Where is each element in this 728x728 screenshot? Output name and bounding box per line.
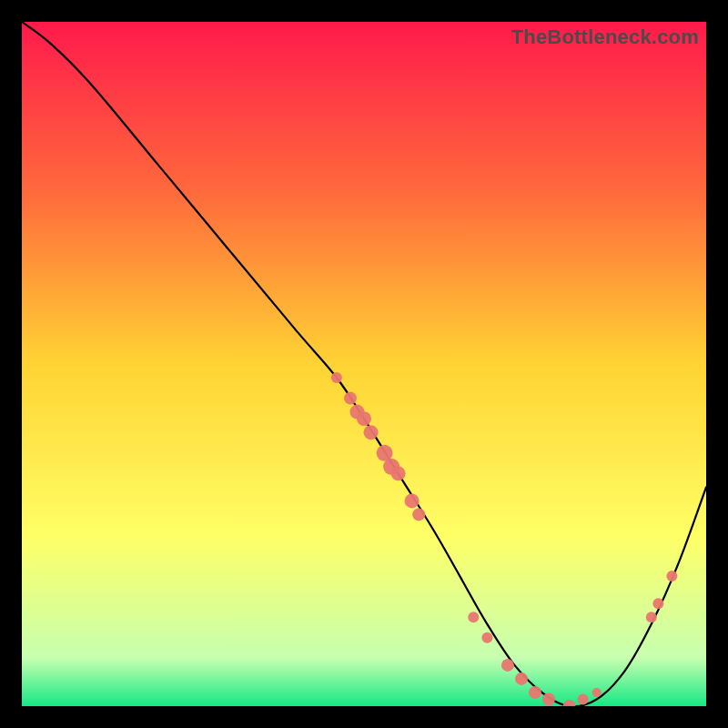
highlight-point [344,392,357,405]
plot-area: TheBottleneck.com [22,22,706,706]
highlight-point [412,508,425,521]
highlight-point [405,493,420,508]
highlight-point [578,694,589,705]
highlight-point [515,672,528,685]
highlight-point [391,466,406,480]
highlight-point [481,632,492,643]
highlight-point [501,659,514,672]
watermark-text: TheBottleneck.com [511,25,699,49]
chart-container: TheBottleneck.com [0,0,728,728]
highlight-point [364,425,379,440]
highlight-point [646,612,657,622]
highlight-point [652,598,663,609]
highlight-point [542,693,555,706]
highlight-point [468,612,479,622]
highlight-point [592,688,602,697]
highlight-point [331,372,342,383]
chart-svg [22,22,706,706]
highlight-point [529,686,541,699]
highlight-point [666,571,677,581]
highlight-point [357,411,371,426]
